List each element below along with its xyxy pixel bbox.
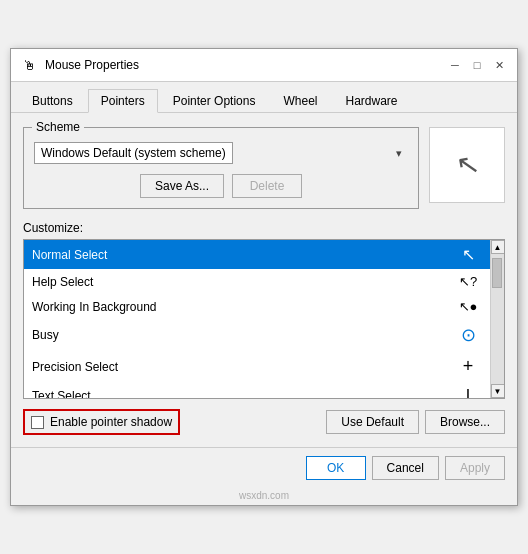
mouse-properties-dialog: 🖱 Mouse Properties ─ □ ✕ Buttons Pointer… — [10, 48, 518, 506]
enable-shadow-text: Enable pointer shadow — [50, 415, 172, 429]
customize-list: Normal Select ↖ Help Select ↖? Working I… — [23, 239, 505, 399]
list-item[interactable]: Busy ⊙ — [24, 319, 490, 351]
ok-button[interactable]: OK — [306, 456, 366, 480]
minimize-button[interactable]: ─ — [445, 55, 465, 75]
browse-button[interactable]: Browse... — [425, 410, 505, 434]
close-button[interactable]: ✕ — [489, 55, 509, 75]
scheme-select[interactable]: Windows Default (system scheme) — [34, 142, 233, 164]
titlebar-controls: ─ □ ✕ — [445, 55, 509, 75]
scroll-up-button[interactable]: ▲ — [491, 240, 505, 254]
dialog-footer: OK Cancel Apply — [11, 447, 517, 488]
enable-shadow-checkbox[interactable] — [31, 416, 44, 429]
apply-button[interactable]: Apply — [445, 456, 505, 480]
cursor-arrow-icon: ↖ — [453, 149, 481, 181]
list-item[interactable]: Help Select ↖? — [24, 269, 490, 294]
list-items: Normal Select ↖ Help Select ↖? Working I… — [24, 240, 490, 398]
use-default-button[interactable]: Use Default — [326, 410, 419, 434]
top-section: Scheme Windows Default (system scheme) S… — [23, 127, 505, 221]
customize-label: Customize: — [23, 221, 505, 235]
scheme-group: Scheme Windows Default (system scheme) S… — [23, 127, 419, 209]
bottom-row: Enable pointer shadow Use Default Browse… — [23, 409, 505, 435]
tab-buttons[interactable]: Buttons — [19, 89, 86, 113]
working-background-icon: ↖● — [454, 299, 482, 314]
list-item[interactable]: Text Select I — [24, 382, 490, 398]
list-item-name: Normal Select — [32, 248, 107, 262]
main-content: Scheme Windows Default (system scheme) S… — [11, 113, 517, 447]
precision-select-icon: + — [454, 356, 482, 377]
scheme-dropdown-row: Windows Default (system scheme) — [34, 142, 408, 164]
titlebar-left: 🖱 Mouse Properties — [21, 57, 139, 73]
tab-bar: Buttons Pointers Pointer Options Wheel H… — [11, 82, 517, 113]
cancel-button[interactable]: Cancel — [372, 456, 439, 480]
scroll-down-button[interactable]: ▼ — [491, 384, 505, 398]
list-item-name: Text Select — [32, 389, 91, 398]
list-item[interactable]: Normal Select ↖ — [24, 240, 490, 269]
enable-shadow-label[interactable]: Enable pointer shadow — [23, 409, 180, 435]
delete-button[interactable]: Delete — [232, 174, 302, 198]
list-item-name: Busy — [32, 328, 59, 342]
save-as-button[interactable]: Save As... — [140, 174, 224, 198]
list-item[interactable]: Working In Background ↖● — [24, 294, 490, 319]
busy-icon: ⊙ — [454, 324, 482, 346]
list-item-name: Help Select — [32, 275, 93, 289]
normal-select-icon: ↖ — [454, 245, 482, 264]
tab-wheel[interactable]: Wheel — [270, 89, 330, 113]
tab-pointers[interactable]: Pointers — [88, 89, 158, 113]
scheme-legend: Scheme — [32, 120, 84, 134]
cursor-preview: ↖ — [429, 127, 505, 203]
tab-pointer-options[interactable]: Pointer Options — [160, 89, 269, 113]
scheme-dropdown-wrapper: Windows Default (system scheme) — [34, 142, 408, 164]
scrollbar: ▲ ▼ — [490, 240, 504, 398]
watermark: wsxdn.com — [11, 488, 517, 505]
maximize-button[interactable]: □ — [467, 55, 487, 75]
help-select-icon: ↖? — [454, 274, 482, 289]
window-icon: 🖱 — [21, 57, 37, 73]
scheme-buttons: Save As... Delete — [34, 174, 408, 198]
scrollbar-thumb[interactable] — [492, 258, 502, 288]
tab-hardware[interactable]: Hardware — [332, 89, 410, 113]
window-title: Mouse Properties — [45, 58, 139, 72]
titlebar: 🖱 Mouse Properties ─ □ ✕ — [11, 49, 517, 82]
list-item-name: Working In Background — [32, 300, 157, 314]
text-select-icon: I — [454, 387, 482, 398]
list-item[interactable]: Precision Select + — [24, 351, 490, 382]
bottom-action-buttons: Use Default Browse... — [326, 410, 505, 434]
list-item-name: Precision Select — [32, 360, 118, 374]
scrollbar-track — [491, 254, 504, 384]
